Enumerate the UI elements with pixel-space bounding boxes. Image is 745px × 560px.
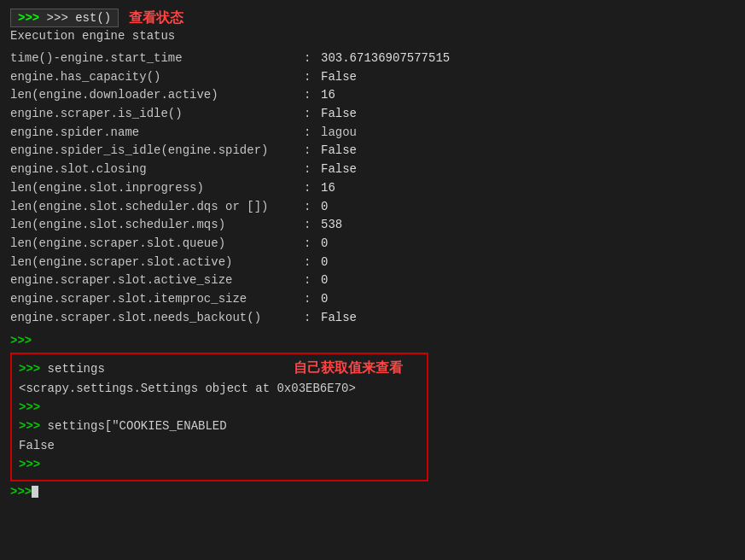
command-text: >>> est() [47,11,112,25]
red-box-container: >>> settings <scrapy.settings.Settings o… [10,351,428,482]
side-annotation: 自己获取值来查看 [294,359,403,377]
list-item: >>> [19,455,420,474]
row-key: engine.scraper.slot.active_size [10,271,300,290]
row-value: lagou [321,124,357,143]
terminal-window: >>> >>> est() 查看状态 Execution engine stat… [0,0,745,560]
header-line: >>> >>> est() 查看状态 [10,9,735,27]
row-value: 0 [321,235,328,254]
row-value: 16 [321,86,335,105]
list-item: False [19,436,420,455]
table-row: engine.scraper.is_idle() : False [10,105,735,124]
cursor [32,486,38,498]
row-key: len(engine.slot.scheduler.mqs) [10,216,300,235]
row-key: engine.scraper.slot.itemproc_size [10,290,300,309]
row-key: time()-engine.start_time [10,50,300,68]
row-key: engine.scraper.is_idle() [10,105,300,124]
row-value: 0 [321,290,328,309]
header-annotation: 查看状态 [129,9,183,27]
row-key: len(engine.slot.scheduler.dqs or []) [10,198,300,217]
table-row: engine.scraper.slot.needs_backout() : Fa… [10,309,735,328]
row-value: False [321,68,357,87]
row-value: False [321,309,357,328]
table-row: engine.spider.name : lagou [10,124,735,143]
row-value: 16 [321,179,335,198]
table-row: len(engine.scraper.slot.queue) : 0 [10,235,735,254]
table-row: len(engine.scraper.slot.active) : 0 [10,254,735,272]
row-key: len(engine.slot.inprogress) [10,179,300,198]
bottom-prompt-line[interactable]: >>> [10,485,735,499]
row-value: 303.67136907577515 [321,50,450,68]
row-key: len(engine.scraper.slot.queue) [10,235,300,254]
row-value: False [321,142,357,160]
row-value: False [321,105,357,124]
list-item: >>> [19,398,420,417]
table-row: len(engine.slot.inprogress) : 16 [10,179,735,198]
table-row: engine.scraper.slot.active_size : 0 [10,271,735,290]
header-prompt: >>> >>> est() [10,9,119,27]
row-value: 0 [321,254,328,272]
table-row: time()-engine.start_time : 303.671369075… [10,50,735,68]
table-row: engine.spider_is_idle(engine.spider) : F… [10,142,735,160]
table-row: engine.scraper.slot.itemproc_size : 0 [10,290,735,309]
table-row: len(engine.slot.scheduler.mqs) : 538 [10,216,735,235]
row-value: False [321,160,357,179]
row-key: engine.has_capacity() [10,68,300,87]
table-row: len(engine.downloader.active) : 16 [10,86,735,105]
row-value: 0 [321,198,328,217]
row-key: engine.scraper.slot.needs_backout() [10,309,300,328]
prompt-symbol: >>> [18,11,47,25]
row-value: 538 [321,216,342,235]
row-key: len(engine.scraper.slot.active) [10,254,300,272]
row-value: 0 [321,271,328,290]
table-row: engine.slot.closing : False [10,160,735,179]
list-item: <scrapy.settings.Settings object at 0x03… [19,379,420,398]
empty-prompt: >>> [10,334,735,347]
table-row: engine.has_capacity() : False [10,68,735,87]
list-item: >>> settings["COOKIES_ENABLED [19,417,420,435]
row-key: engine.slot.closing [10,160,300,179]
row-key: len(engine.downloader.active) [10,86,300,105]
status-title: Execution engine status [10,29,735,43]
row-key: engine.spider.name [10,124,300,143]
row-key: engine.spider_is_idle(engine.spider) [10,142,300,160]
table-row: len(engine.slot.scheduler.dqs or []) : 0 [10,198,735,217]
data-table: time()-engine.start_time : 303.671369075… [10,50,735,327]
